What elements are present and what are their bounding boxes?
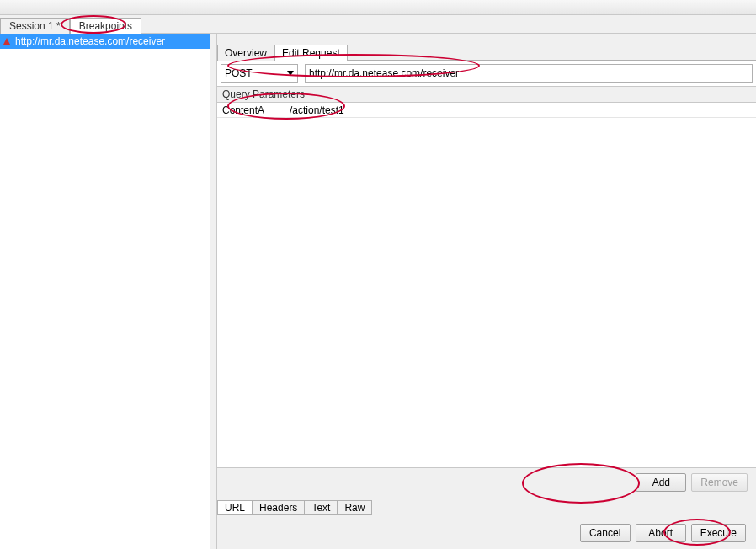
cancel-button[interactable]: Cancel [580,524,631,542]
query-parameters-header: Query Parameters [217,86,756,103]
add-button[interactable]: Add [636,473,686,492]
execute-button[interactable]: Execute [691,524,746,542]
list-item[interactable]: http://mr.da.netease.com/receiver [0,34,210,49]
detail-tab-bar: Overview Edit Request [217,42,756,61]
tab-edit-request[interactable]: Edit Request [274,45,348,61]
tab-session[interactable]: Session 1 * [0,18,70,34]
tab-headers[interactable]: Headers [252,500,305,515]
breakpoint-list[interactable]: http://mr.da.netease.com/receiver [0,34,210,549]
view-tab-bar: URL Headers Text Raw [217,498,756,517]
chevron-down-icon [287,71,294,76]
detail-pane: Overview Edit Request POST http://mr.da.… [217,34,756,549]
parameter-table[interactable]: ContentA /action/test1 [217,103,756,468]
request-arrow-icon [3,38,10,45]
list-item-url: http://mr.da.netease.com/receiver [15,35,165,47]
tab-overview[interactable]: Overview [217,45,274,61]
table-row[interactable]: ContentA /action/test1 [217,103,756,118]
remove-button[interactable]: Remove [691,473,748,492]
http-method-value: POST [225,67,253,79]
abort-button[interactable]: Abort [636,524,686,542]
tab-text[interactable]: Text [304,500,338,515]
param-value[interactable]: /action/test1 [285,104,756,116]
main-tab-bar: Session 1 * Breakpoints [0,15,756,34]
request-url-input[interactable]: http://mr.da.netease.com/receiver [305,64,753,83]
tab-breakpoints[interactable]: Breakpoints [70,18,141,34]
tab-raw[interactable]: Raw [337,500,372,515]
app-toolbar [0,0,756,15]
http-method-select[interactable]: POST [221,64,298,83]
param-name[interactable]: ContentA [217,104,285,116]
request-url-value: http://mr.da.netease.com/receiver [309,67,459,79]
vertical-splitter[interactable] [210,34,217,549]
tab-url[interactable]: URL [217,500,253,515]
